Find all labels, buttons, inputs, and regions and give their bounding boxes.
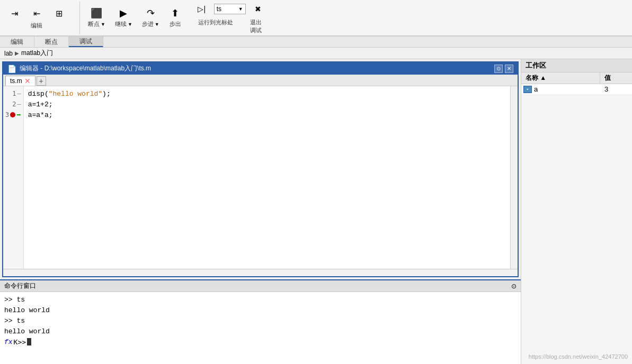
workspace-var-row-a[interactable]: ▪ a 3 xyxy=(521,84,632,95)
breadcrumb-arrow-icon: ▶ xyxy=(15,50,19,56)
continue-group: ▶ 继续 ▼ xyxy=(111,6,136,30)
step-label: 步进 xyxy=(142,20,154,28)
line-num-2-text: 2 xyxy=(12,101,16,108)
code-1-end: ); xyxy=(102,90,111,98)
workspace-col-name-header: 名称 ▲ xyxy=(521,72,600,84)
code-3-text: a=a*a; xyxy=(28,111,53,119)
code-2-text: a=1+2; xyxy=(28,101,53,108)
editor-close-button[interactable]: ✕ xyxy=(505,65,513,73)
something-icon: ⊞ xyxy=(52,7,65,19)
cmd-cursor xyxy=(27,338,31,345)
step-group: ↷ 步进 ▼ xyxy=(138,6,163,30)
workspace-title: 工作区 xyxy=(521,59,632,72)
toolbar-row: ⇥ ⇤ ⊞ xyxy=(4,6,69,21)
step-button[interactable]: ↷ 步进 ▼ xyxy=(138,6,163,30)
command-collapse-icon[interactable]: ⊙ xyxy=(511,283,517,290)
run-to-cursor-button[interactable]: ▷| xyxy=(192,2,212,16)
run-cursor-label: 运行到光标处 xyxy=(198,19,233,34)
line-2-dash-icon: – xyxy=(17,101,21,108)
debug-tab-label: 调试 xyxy=(79,37,92,46)
outdent-button[interactable]: ⇤ xyxy=(26,6,47,21)
cmd-input-line[interactable]: fx K>> xyxy=(4,336,517,347)
run-to-cursor-group: ▷| ts ▼ ✖ 运行到光标处 退出 调试 xyxy=(192,2,268,34)
stepout-label: 步出 xyxy=(170,20,181,28)
editor-tab-close-icon[interactable]: ✕ xyxy=(24,77,31,85)
breakpoint-tab-label: 断点 xyxy=(45,38,58,47)
cmd-output-2: hello world xyxy=(4,327,50,335)
run-cursor-row: ▷| ts ▼ ✖ xyxy=(192,2,268,16)
exit-debug-label: 退出 调试 xyxy=(250,19,262,34)
stepout-button[interactable]: ⬆ 步出 xyxy=(165,6,185,30)
editor-restore-button[interactable]: ⊙ xyxy=(494,65,503,73)
editor-tabs: ts.m ✕ + xyxy=(3,75,518,86)
indent-icon: ⇥ xyxy=(8,7,21,19)
workspace-var-name-a: a xyxy=(534,85,600,93)
command-content[interactable]: >> ts hello world >> ts hello world fx K… xyxy=(0,292,521,364)
edit-tab-label: 编辑 xyxy=(11,38,23,47)
debug-section: ⬛ 断点 ▼ ▶ 继续 ▼ xyxy=(79,2,268,34)
workspace-panel: 工作区 名称 ▲ 值 ▪ a 3 xyxy=(521,59,632,364)
exit-debug-button[interactable]: ✖ xyxy=(248,2,268,16)
line-num-2: 2 – xyxy=(3,99,23,110)
edit-label: 编辑 xyxy=(31,22,42,30)
continue-icon: ▶ xyxy=(117,7,130,19)
workspace-table-header: 名称 ▲ 值 xyxy=(521,72,632,84)
edit-tab[interactable]: 编辑 xyxy=(0,37,34,47)
breakpoint-tab[interactable]: 断点 xyxy=(34,37,69,47)
editor-titlebar: 📄 编辑器 - D:\workspace\matlab\matlab入门\ts.… xyxy=(3,62,518,75)
continue-button[interactable]: ▶ 继续 ▼ xyxy=(111,6,136,30)
cmd-prompt-2: >> ts xyxy=(4,317,25,325)
code-line-2: a=1+2; xyxy=(28,99,506,110)
editor-titlebar-left: 📄 编辑器 - D:\workspace\matlab\matlab入门\ts.… xyxy=(7,64,151,73)
watermark: https://blog.csdn.net/weixin_42472700 xyxy=(529,353,628,360)
debug-context-value: ts xyxy=(217,5,221,13)
breadcrumb-part2: matlab入门 xyxy=(21,49,53,58)
editor-panel: 📄 编辑器 - D:\workspace\matlab\matlab入门\ts.… xyxy=(0,59,521,364)
debug-context-dropdown[interactable]: ts ▼ xyxy=(214,4,246,14)
exit-debug-icon: ✖ xyxy=(252,3,264,15)
run-cursor-icon: ▷| xyxy=(195,3,208,15)
code-line-3: a=a*a; xyxy=(28,110,506,120)
indent-button[interactable]: ⇥ xyxy=(4,6,24,21)
editor-tab-name: ts.m xyxy=(10,77,22,85)
something-button[interactable]: ⊞ xyxy=(49,6,69,21)
debug-tab[interactable]: 调试 xyxy=(69,37,103,47)
line-num-3: 3 ➡ xyxy=(3,110,23,120)
editor-titlebar-controls: ⊙ ✕ xyxy=(494,65,513,73)
cmd-line-4: hello world xyxy=(4,326,517,336)
breakpoint-label: 断点 xyxy=(88,20,100,28)
breakpoint-button[interactable]: ⬛ 断点 ▼ xyxy=(84,6,109,30)
breadcrumb-part1: lab xyxy=(4,50,13,57)
toolbar: ⇥ ⇤ ⊞ 编辑 ⬛ 断点 ▼ xyxy=(0,0,632,36)
editor-tab-add-button[interactable]: + xyxy=(37,76,46,86)
cmd-output-1: hello world xyxy=(4,306,50,314)
section-tabs: 编辑 断点 调试 xyxy=(0,36,632,48)
cmd-prompt-1: >> ts xyxy=(4,296,25,304)
code-1-func: disp( xyxy=(28,90,49,98)
line-num-1: 1 – xyxy=(3,88,23,99)
line-num-3-text: 3 xyxy=(5,111,9,119)
editor-title-text: 编辑器 - D:\workspace\matlab\matlab入门\ts.m xyxy=(20,64,151,73)
debug-buttons-row: ⬛ 断点 ▼ ▶ 继续 ▼ xyxy=(84,2,268,34)
command-titlebar: 命令行窗口 ⊙ xyxy=(0,280,521,292)
code-line-1: disp("hello world"); xyxy=(28,88,506,99)
dropdown-arrow-icon: ▼ xyxy=(238,6,243,12)
execution-arrow-icon: ➡ xyxy=(16,111,21,119)
editor-vertical-scrollbar[interactable] xyxy=(510,86,518,269)
step-icon: ↷ xyxy=(144,7,157,19)
line-numbers: 1 – 2 – 3 ➡ xyxy=(3,86,24,269)
workspace-col-value-header: 值 xyxy=(600,72,632,84)
editor-window: 📄 编辑器 - D:\workspace\matlab\matlab入门\ts.… xyxy=(2,61,519,277)
line-num-1-text: 1 xyxy=(12,90,16,97)
editor-tab-ts[interactable]: ts.m ✕ xyxy=(5,76,35,86)
editor-content[interactable]: 1 – 2 – 3 ➡ disp("hell xyxy=(3,86,518,269)
main-area: 📄 编辑器 - D:\workspace\matlab\matlab入门\ts.… xyxy=(0,59,632,364)
editor-horizontal-scrollbar[interactable] xyxy=(3,269,518,276)
code-editor[interactable]: disp("hello world"); a=1+2; a=a*a; xyxy=(24,86,510,269)
cmd-line-2: hello world xyxy=(4,305,517,315)
workspace-var-value-a: 3 xyxy=(600,85,632,93)
toolbar-indent-group: ⇥ ⇤ ⊞ 编辑 xyxy=(4,6,69,30)
continue-label: 继续 xyxy=(115,20,127,28)
outdent-icon: ⇤ xyxy=(30,7,43,19)
cmd-line-3: >> ts xyxy=(4,315,517,326)
